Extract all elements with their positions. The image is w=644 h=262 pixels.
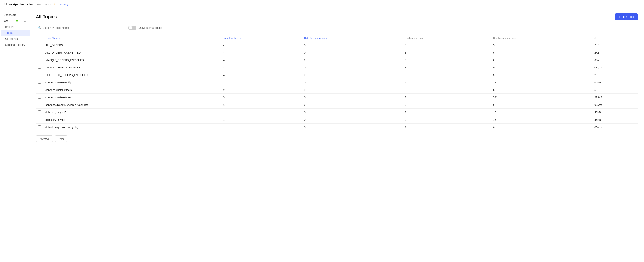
table-row: connect-cluster-offsets 25 0 3 8 5KB [36, 86, 638, 94]
cell-total-partitions: 4 [221, 49, 302, 56]
previous-button[interactable]: Previous [36, 135, 53, 142]
version-link[interactable]: (38c4cf7) [59, 3, 68, 6]
cell-number-of-messages: 0 [491, 101, 592, 109]
row-checkbox[interactable] [38, 103, 41, 106]
cell-total-partitions: 1 [221, 116, 302, 124]
row-checkbox[interactable] [38, 118, 41, 121]
search-input[interactable] [36, 25, 125, 31]
row-checkbox-cell [36, 49, 43, 56]
cluster-status-dot [16, 20, 18, 22]
cell-replication-factor: 3 [402, 94, 491, 101]
cell-number-of-messages: 0 [491, 124, 592, 131]
row-checkbox[interactable] [38, 73, 41, 76]
topics-table: Topic Name ↕ Total Partitions ↕ Out of s… [36, 35, 638, 131]
cell-out-of-sync: 0 [302, 71, 402, 79]
col-out-of-sync[interactable]: Out of sync replicas ↕ [302, 35, 402, 42]
row-checkbox[interactable] [38, 81, 41, 84]
sidebar-item-schema-registry[interactable]: Schema Registry [2, 42, 30, 48]
cell-number-of-messages: 543 [491, 94, 592, 101]
table-row: POSTGRES_ORDERS_ENRICHED 4 0 3 5 2KB [36, 71, 638, 79]
sidebar-sub-items: Brokers Topics Consumers Schema Registry [0, 24, 30, 48]
next-button[interactable]: Next [55, 135, 67, 142]
cell-size: 46KB [592, 109, 638, 116]
sidebar-item-consumers[interactable]: Consumers [2, 36, 30, 42]
cell-number-of-messages: 16 [491, 116, 592, 124]
sidebar-item-topics[interactable]: Topics [2, 30, 30, 36]
cell-topic-name[interactable]: connect.sink.dlt.MongoSinkConnector [43, 101, 221, 109]
cell-total-partitions: 1 [221, 109, 302, 116]
row-checkbox[interactable] [38, 43, 41, 46]
cell-topic-name[interactable]: dbhistory._mysql5_ [43, 109, 221, 116]
row-checkbox-cell [36, 42, 43, 49]
cell-number-of-messages: 29 [491, 79, 592, 86]
cell-topic-name[interactable]: POSTGRES_ORDERS_ENRICHED [43, 71, 221, 79]
row-checkbox[interactable] [38, 96, 41, 99]
row-checkbox-cell [36, 71, 43, 79]
row-checkbox-cell [36, 64, 43, 71]
sidebar-item-dashboard[interactable]: Dashboard [0, 12, 30, 18]
cell-out-of-sync: 0 [302, 109, 402, 116]
cell-size: 5KB [592, 86, 638, 94]
row-checkbox[interactable] [38, 58, 41, 61]
cell-size: 0Bytes [592, 56, 638, 64]
table-body: ALL_ORDERS 4 0 3 5 2KB ALL_ORDERS_CONVER… [36, 42, 638, 131]
col-number-of-messages: Number of messages [491, 35, 592, 42]
cell-replication-factor: 3 [402, 64, 491, 71]
cell-replication-factor: 1 [402, 124, 491, 131]
warning-icon: ⚠ [54, 3, 56, 6]
version-text: Version: v0.3.3 [36, 3, 50, 6]
col-topic-name[interactable]: Topic Name ↕ [43, 35, 221, 42]
col-total-partitions[interactable]: Total Partitions ↕ [221, 35, 302, 42]
cell-replication-factor: 3 [402, 109, 491, 116]
table-row: ALL_ORDERS_CONVERTED 4 0 3 5 2KB [36, 49, 638, 56]
cell-topic-name[interactable]: MYSQL_ORDERS_ENRICHED [43, 64, 221, 71]
row-checkbox[interactable] [38, 51, 41, 54]
show-internal-topics-toggle[interactable] [128, 26, 136, 30]
cell-replication-factor: 3 [402, 101, 491, 109]
cell-topic-name[interactable]: MYSQL5_ORDERS_ENRICHED [43, 56, 221, 64]
cell-number-of-messages: 16 [491, 109, 592, 116]
cell-number-of-messages: 8 [491, 86, 592, 94]
cell-out-of-sync: 0 [302, 42, 402, 49]
cell-topic-name[interactable]: ALL_ORDERS_CONVERTED [43, 49, 221, 56]
table-header: Topic Name ↕ Total Partitions ↕ Out of s… [36, 35, 638, 42]
page-header: All Topics + Add a Topic [36, 14, 638, 20]
sidebar-cluster[interactable]: local ▲ [0, 18, 30, 24]
cell-replication-factor: 3 [402, 79, 491, 86]
row-checkbox[interactable] [38, 110, 41, 113]
cell-total-partitions: 25 [221, 86, 302, 94]
row-checkbox[interactable] [38, 66, 41, 69]
app-title: UI for Apache Kafka [4, 3, 33, 6]
cell-number-of-messages: 5 [491, 71, 592, 79]
cell-topic-name[interactable]: default_ksql_processing_log [43, 124, 221, 131]
cell-size: 2KB [592, 49, 638, 56]
cell-topic-name[interactable]: connect-cluster-config [43, 79, 221, 86]
cell-topic-name[interactable]: connect-cluster-offsets [43, 86, 221, 94]
row-checkbox-cell [36, 56, 43, 64]
row-checkbox-cell [36, 109, 43, 116]
cell-total-partitions: 1 [221, 79, 302, 86]
cell-out-of-sync: 0 [302, 86, 402, 94]
cell-topic-name[interactable]: dbhistory._mysql_ [43, 116, 221, 124]
row-checkbox[interactable] [38, 88, 41, 91]
row-checkbox-cell [36, 86, 43, 94]
layout: Dashboard local ▲ Brokers Topics Consume… [0, 9, 644, 262]
cell-out-of-sync: 0 [302, 124, 402, 131]
page-title: All Topics [36, 14, 57, 20]
sidebar-item-brokers[interactable]: Brokers [2, 24, 30, 30]
chevron-up-icon: ▲ [24, 20, 26, 22]
select-all-col [36, 35, 43, 42]
cell-size: 2KB [592, 42, 638, 49]
add-topic-button[interactable]: + Add a Topic [615, 14, 638, 20]
cell-size: 0Bytes [592, 64, 638, 71]
pagination: Previous Next [36, 135, 638, 142]
cell-size: 0Bytes [592, 124, 638, 131]
cell-topic-name[interactable]: ALL_ORDERS [43, 42, 221, 49]
row-checkbox[interactable] [38, 125, 41, 128]
cell-total-partitions: 4 [221, 56, 302, 64]
cell-topic-name[interactable]: connect-cluster-status [43, 94, 221, 101]
cell-number-of-messages: 0 [491, 56, 592, 64]
col-size: Size [592, 35, 638, 42]
table-row: MYSQL_ORDERS_ENRICHED 4 0 3 0 0Bytes [36, 64, 638, 71]
search-wrapper: 🔍 [36, 25, 125, 31]
